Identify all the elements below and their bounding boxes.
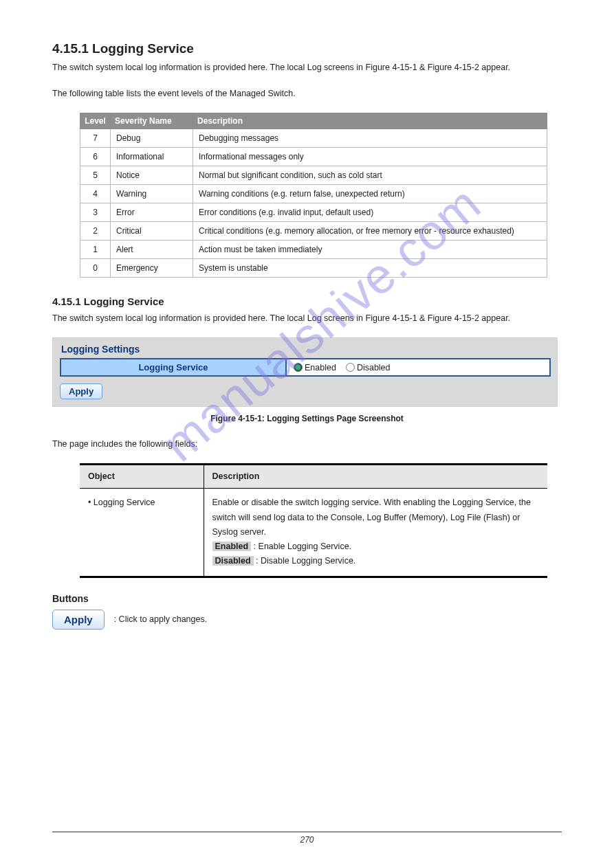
figure-caption-1: Figure 4-15-1: Logging Settings Page Scr… [52, 414, 562, 423]
logging-enabled-text: Enabled [305, 363, 336, 372]
logging-enabled-option[interactable]: Enabled [294, 363, 336, 372]
sev-cell: Notice [111, 166, 193, 185]
sev-cell: 5 [80, 166, 111, 185]
sev-th-name: Severity Name [111, 113, 193, 129]
obj-row-object: • Logging Service [80, 489, 204, 577]
sev-cell: 0 [80, 259, 111, 278]
sev-cell: Action must be taken immediately [193, 241, 547, 259]
section-intro: The switch system local log information … [52, 60, 562, 74]
apply-button[interactable]: Apply [52, 610, 105, 630]
obj-intro: The page includes the following fields: [52, 437, 562, 451]
logging-service-label: Logging Service [61, 359, 287, 375]
sev-cell: System is unstable [193, 259, 547, 278]
obj-hdr-object: Object [80, 465, 204, 489]
obj-hdr-desc: Description [204, 465, 547, 489]
sev-cell: Emergency [111, 259, 193, 278]
sev-cell: 6 [80, 148, 111, 166]
opt-enabled: Enabled [212, 542, 252, 551]
logging-disabled-radio[interactable] [346, 363, 355, 372]
logging-enabled-radio[interactable] [294, 363, 303, 372]
opt-enabled-desc: : Enable Logging Service. [254, 542, 351, 551]
panel-apply-button[interactable]: Apply [60, 383, 102, 399]
sev-cell: Warning [111, 185, 193, 203]
logging-disabled-text: Disabled [357, 363, 391, 372]
opt-disabled-desc: : Disable Logging Service. [256, 556, 355, 566]
sev-th-desc: Description [193, 113, 547, 129]
severity-table: Level Severity Name Description 7DebugDe… [80, 113, 547, 278]
sev-cell: Informational messages only [193, 148, 547, 166]
sev-cell: Alert [111, 241, 193, 259]
sev-cell: Critical conditions (e.g. memory allocat… [193, 222, 547, 241]
sev-cell: 4 [80, 185, 111, 203]
obj-row-desc-prefix: Enable or disable the switch logging ser… [212, 498, 531, 537]
subheading-1-intro: The switch system local log information … [52, 311, 562, 325]
sev-th-level: Level [80, 113, 111, 129]
apply-button-desc: : Click to apply changes. [114, 614, 208, 624]
subheading-1: 4.15.1 Logging Service [52, 296, 562, 307]
sev-cell: Error [111, 203, 193, 222]
sev-cell: Error conditions (e.g. invalid input, de… [193, 203, 547, 222]
section-heading: 4.15.1 Logging Service [52, 41, 562, 56]
logging-settings-panel: Logging Settings Logging Service Enabled… [52, 337, 558, 407]
obj-row-desc: Enable or disable the switch logging ser… [204, 489, 547, 577]
severity-intro: The following table lists the event leve… [52, 87, 562, 100]
logging-service-row: Logging Service Enabled Disabled [60, 358, 551, 377]
buttons-heading: Buttons [52, 590, 89, 604]
sev-cell: 1 [80, 241, 111, 259]
sev-cell: Normal but significant condition, such a… [193, 166, 547, 185]
sev-cell: Debugging messages [193, 129, 547, 148]
opt-disabled: Disabled [212, 556, 254, 566]
object-table: Object Description • Logging Service Ena… [80, 463, 547, 578]
sev-cell: Informational [111, 148, 193, 166]
sev-cell: Debug [111, 129, 193, 148]
sev-cell: 3 [80, 203, 111, 222]
page-number: 270 [0, 832, 614, 845]
logging-disabled-option[interactable]: Disabled [346, 363, 391, 372]
sev-cell: Warning conditions (e.g. return false, u… [193, 185, 547, 203]
panel-title: Logging Settings [60, 342, 550, 358]
sev-cell: Critical [111, 222, 193, 241]
sev-cell: 7 [80, 129, 111, 148]
sev-cell: 2 [80, 222, 111, 241]
